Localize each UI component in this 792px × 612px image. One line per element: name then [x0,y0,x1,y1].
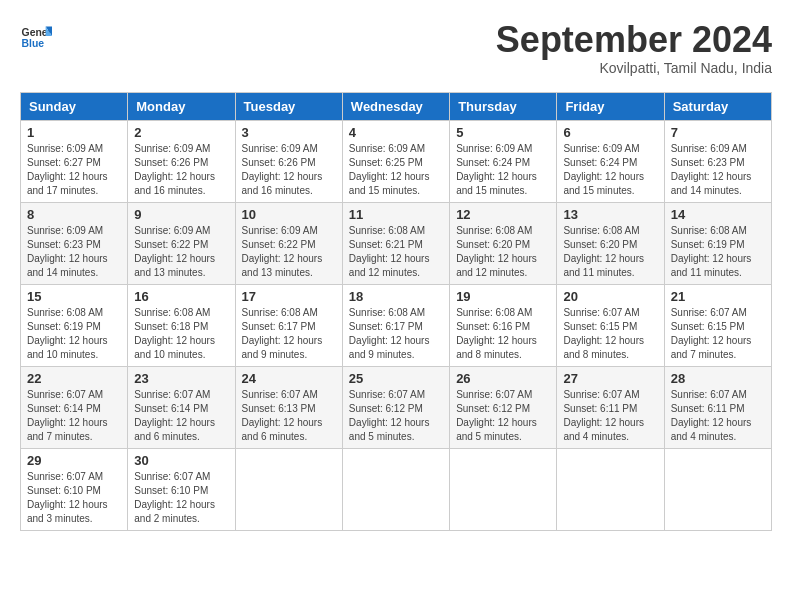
day-number: 23 [134,371,228,386]
day-info: Sunrise: 6:09 AMSunset: 6:24 PMDaylight:… [563,142,657,198]
table-row: 3Sunrise: 6:09 AMSunset: 6:26 PMDaylight… [235,120,342,202]
day-info: Sunrise: 6:07 AMSunset: 6:15 PMDaylight:… [671,306,765,362]
day-number: 10 [242,207,336,222]
table-row: 20Sunrise: 6:07 AMSunset: 6:15 PMDayligh… [557,284,664,366]
day-number: 30 [134,453,228,468]
table-row: 11Sunrise: 6:08 AMSunset: 6:21 PMDayligh… [342,202,449,284]
header-wednesday: Wednesday [342,92,449,120]
day-info: Sunrise: 6:08 AMSunset: 6:18 PMDaylight:… [134,306,228,362]
table-row: 26Sunrise: 6:07 AMSunset: 6:12 PMDayligh… [450,366,557,448]
calendar-row: 29Sunrise: 6:07 AMSunset: 6:10 PMDayligh… [21,448,772,530]
month-title: September 2024 [496,20,772,60]
table-row: 18Sunrise: 6:08 AMSunset: 6:17 PMDayligh… [342,284,449,366]
day-number: 20 [563,289,657,304]
table-row: 8Sunrise: 6:09 AMSunset: 6:23 PMDaylight… [21,202,128,284]
day-number: 18 [349,289,443,304]
table-row: 7Sunrise: 6:09 AMSunset: 6:23 PMDaylight… [664,120,771,202]
day-info: Sunrise: 6:07 AMSunset: 6:10 PMDaylight:… [27,470,121,526]
day-number: 3 [242,125,336,140]
day-info: Sunrise: 6:09 AMSunset: 6:26 PMDaylight:… [242,142,336,198]
title-block: September 2024 Kovilpatti, Tamil Nadu, I… [496,20,772,76]
calendar-table: Sunday Monday Tuesday Wednesday Thursday… [20,92,772,531]
calendar-row: 15Sunrise: 6:08 AMSunset: 6:19 PMDayligh… [21,284,772,366]
day-info: Sunrise: 6:07 AMSunset: 6:14 PMDaylight:… [134,388,228,444]
day-info: Sunrise: 6:07 AMSunset: 6:13 PMDaylight:… [242,388,336,444]
logo-icon: General Blue [20,20,52,52]
day-number: 8 [27,207,121,222]
day-info: Sunrise: 6:09 AMSunset: 6:27 PMDaylight:… [27,142,121,198]
table-row: 6Sunrise: 6:09 AMSunset: 6:24 PMDaylight… [557,120,664,202]
day-info: Sunrise: 6:09 AMSunset: 6:22 PMDaylight:… [134,224,228,280]
day-number: 1 [27,125,121,140]
day-number: 25 [349,371,443,386]
day-number: 17 [242,289,336,304]
day-info: Sunrise: 6:08 AMSunset: 6:20 PMDaylight:… [563,224,657,280]
day-info: Sunrise: 6:08 AMSunset: 6:16 PMDaylight:… [456,306,550,362]
day-number: 28 [671,371,765,386]
day-number: 21 [671,289,765,304]
day-info: Sunrise: 6:09 AMSunset: 6:24 PMDaylight:… [456,142,550,198]
table-row: 14Sunrise: 6:08 AMSunset: 6:19 PMDayligh… [664,202,771,284]
svg-text:Blue: Blue [22,38,45,49]
empty-cell [235,448,342,530]
header-thursday: Thursday [450,92,557,120]
day-number: 15 [27,289,121,304]
empty-cell [557,448,664,530]
day-info: Sunrise: 6:09 AMSunset: 6:26 PMDaylight:… [134,142,228,198]
page-header: General Blue September 2024 Kovilpatti, … [20,20,772,76]
location-subtitle: Kovilpatti, Tamil Nadu, India [496,60,772,76]
empty-cell [342,448,449,530]
day-info: Sunrise: 6:08 AMSunset: 6:17 PMDaylight:… [349,306,443,362]
day-info: Sunrise: 6:07 AMSunset: 6:10 PMDaylight:… [134,470,228,526]
header-friday: Friday [557,92,664,120]
empty-cell [664,448,771,530]
day-number: 11 [349,207,443,222]
table-row: 12Sunrise: 6:08 AMSunset: 6:20 PMDayligh… [450,202,557,284]
day-info: Sunrise: 6:08 AMSunset: 6:21 PMDaylight:… [349,224,443,280]
table-row: 4Sunrise: 6:09 AMSunset: 6:25 PMDaylight… [342,120,449,202]
header-saturday: Saturday [664,92,771,120]
day-number: 19 [456,289,550,304]
day-info: Sunrise: 6:07 AMSunset: 6:12 PMDaylight:… [456,388,550,444]
day-number: 29 [27,453,121,468]
table-row: 15Sunrise: 6:08 AMSunset: 6:19 PMDayligh… [21,284,128,366]
day-number: 2 [134,125,228,140]
day-info: Sunrise: 6:08 AMSunset: 6:20 PMDaylight:… [456,224,550,280]
table-row: 9Sunrise: 6:09 AMSunset: 6:22 PMDaylight… [128,202,235,284]
day-number: 13 [563,207,657,222]
calendar-row: 8Sunrise: 6:09 AMSunset: 6:23 PMDaylight… [21,202,772,284]
header-tuesday: Tuesday [235,92,342,120]
table-row: 30Sunrise: 6:07 AMSunset: 6:10 PMDayligh… [128,448,235,530]
day-info: Sunrise: 6:07 AMSunset: 6:15 PMDaylight:… [563,306,657,362]
calendar-row: 1Sunrise: 6:09 AMSunset: 6:27 PMDaylight… [21,120,772,202]
day-info: Sunrise: 6:08 AMSunset: 6:19 PMDaylight:… [671,224,765,280]
table-row: 19Sunrise: 6:08 AMSunset: 6:16 PMDayligh… [450,284,557,366]
day-info: Sunrise: 6:09 AMSunset: 6:23 PMDaylight:… [27,224,121,280]
day-info: Sunrise: 6:09 AMSunset: 6:25 PMDaylight:… [349,142,443,198]
day-number: 12 [456,207,550,222]
table-row: 22Sunrise: 6:07 AMSunset: 6:14 PMDayligh… [21,366,128,448]
table-row: 27Sunrise: 6:07 AMSunset: 6:11 PMDayligh… [557,366,664,448]
header-sunday: Sunday [21,92,128,120]
day-number: 4 [349,125,443,140]
day-number: 7 [671,125,765,140]
day-number: 5 [456,125,550,140]
day-number: 22 [27,371,121,386]
table-row: 23Sunrise: 6:07 AMSunset: 6:14 PMDayligh… [128,366,235,448]
table-row: 13Sunrise: 6:08 AMSunset: 6:20 PMDayligh… [557,202,664,284]
day-number: 27 [563,371,657,386]
day-info: Sunrise: 6:07 AMSunset: 6:11 PMDaylight:… [671,388,765,444]
day-info: Sunrise: 6:08 AMSunset: 6:19 PMDaylight:… [27,306,121,362]
table-row: 5Sunrise: 6:09 AMSunset: 6:24 PMDaylight… [450,120,557,202]
table-row: 24Sunrise: 6:07 AMSunset: 6:13 PMDayligh… [235,366,342,448]
day-number: 14 [671,207,765,222]
header-monday: Monday [128,92,235,120]
empty-cell [450,448,557,530]
table-row: 2Sunrise: 6:09 AMSunset: 6:26 PMDaylight… [128,120,235,202]
day-number: 24 [242,371,336,386]
day-info: Sunrise: 6:09 AMSunset: 6:22 PMDaylight:… [242,224,336,280]
table-row: 29Sunrise: 6:07 AMSunset: 6:10 PMDayligh… [21,448,128,530]
table-row: 21Sunrise: 6:07 AMSunset: 6:15 PMDayligh… [664,284,771,366]
day-number: 6 [563,125,657,140]
day-number: 16 [134,289,228,304]
